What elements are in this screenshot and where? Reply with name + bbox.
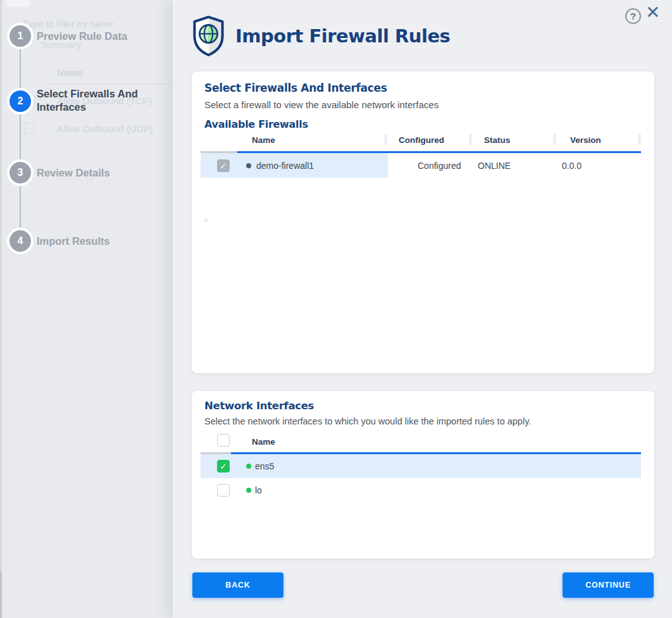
firewall-status-dot [246,163,251,168]
available-firewalls-heading: Available Firewalls [204,118,308,130]
step-2-number: 2 [18,96,23,107]
interface-ens5-checkbox[interactable]: ✓ [217,460,230,473]
step-2-label: Select Firewalls And Interfaces [37,87,151,113]
page-edge-strip-bottom [0,571,2,618]
card-title: Select Firewalls And Interfaces [204,82,387,94]
dialog-title: Import Firewall Rules [235,25,450,47]
interface-status-dot [246,464,251,469]
check-icon: ✓ [220,462,227,471]
interface-lo-checkbox[interactable] [217,484,230,497]
column-header-name: Name [252,437,275,447]
ghost-filter-placeholder: Type to filter by name [23,18,113,29]
step-3-number: 3 [18,167,23,178]
back-button[interactable]: BACK [192,572,283,598]
column-header-version: Version [570,135,601,145]
card-subtitle: Select a firewall to view the available … [204,99,439,110]
step-3-label: Review Details [37,166,151,180]
stepper-connector-line [20,36,21,241]
card-title: Network Interfaces [204,400,314,412]
select-all-interfaces-checkbox[interactable] [217,434,230,447]
help-button[interactable]: ? [625,8,641,24]
question-mark-icon: ? [630,11,636,22]
interface-status-dot [246,488,251,493]
close-icon[interactable]: ✕ [645,4,660,22]
column-resize-handle[interactable] [470,133,471,145]
step-4-label: Import Results [37,235,151,248]
select-firewalls-card: Select Firewalls And Interfaces Select a… [192,71,654,373]
firewall-name: demo-firewall1 [256,161,314,171]
step-1-circle: 1 [9,25,31,47]
interface-name: lo [255,485,262,495]
column-resize-handle[interactable] [554,133,556,145]
ghost-checkbox [24,123,35,134]
wizard-sidebar: Type to filter by name Summary Name Allo… [0,0,173,618]
step-4-number: 4 [18,235,23,247]
shield-globe-icon [192,15,225,59]
import-firewall-rules-dialog: Import Firewall Rules ? ✕ Select Firewal… [173,0,672,618]
check-icon: ✓ [220,161,227,171]
network-interfaces-card: Network Interfaces Select the network in… [192,391,654,559]
ghost-divider-line [44,83,171,84]
page-edge-strip [0,0,2,618]
column-resize-handle[interactable] [385,133,387,145]
column-header-configured: Configured [399,135,444,145]
column-header-status: Status [484,135,510,145]
column-header-name: Name [252,135,275,145]
step-1-number: 1 [18,30,23,42]
step-2-circle: 2 [9,90,31,112]
card-subtitle: Select the network interfaces to which y… [204,416,531,426]
step-1-label: Preview Rule Data [37,30,151,43]
firewall-row-checkbox[interactable]: ✓ [217,159,230,172]
column-resize-handle[interactable] [638,133,640,145]
step-3-circle: 3 [9,162,31,183]
continue-button[interactable]: CONTINUE [563,572,654,598]
step-4-circle: 4 [9,230,31,252]
firewall-configured-value: Configured [418,161,461,171]
ghost-name-header: Name [57,67,83,78]
firewall-status-value: ONLINE [478,161,511,171]
ghost-rule-udp: Allow Outbound (UDP) [57,123,153,134]
interface-name: ens5 [255,461,274,471]
background-tab-ghost [6,0,30,7]
loading-artifact-dot [204,219,208,222]
firewall-version-value: 0.0.0 [562,161,582,171]
